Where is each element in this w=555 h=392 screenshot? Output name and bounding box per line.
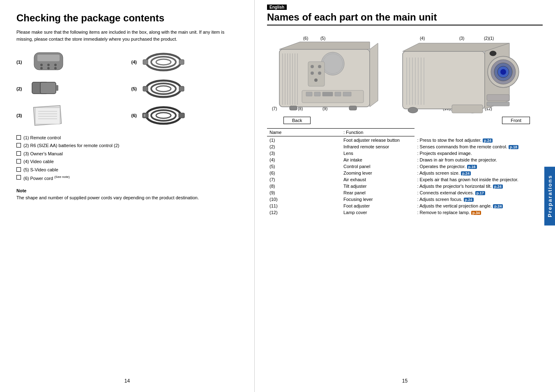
item-1: (1) (16, 51, 127, 73)
item-2-label: (2) (16, 86, 22, 91)
part-num: (12) (267, 209, 341, 216)
table-row: (6) Zooming lever: Adjusts screen size. … (267, 170, 543, 176)
item-5-image (141, 77, 186, 100)
diagram-front: (4) (3) (2)(1) (10)(8) (11) (12) (398, 30, 534, 124)
item-2-image (26, 77, 71, 100)
checklist-text-2: (2) R6 (SIZE AA) batteries for remote co… (23, 143, 120, 149)
item-4-image (141, 51, 186, 73)
label-5: (5) (320, 36, 325, 41)
table-row: (3) Lens: Projects expanded image. (267, 150, 543, 157)
remote-svg (26, 51, 71, 73)
checklist-text-1: (1) Remote control (23, 135, 61, 141)
checkbox-3[interactable] (16, 151, 21, 156)
svg-rect-12 (179, 60, 184, 65)
svg-rect-1 (37, 55, 60, 61)
part-num: (5) (267, 163, 341, 170)
svg-rect-16 (40, 82, 56, 94)
table-row: (8) Tilt adjuster: Adjusts the projector… (267, 183, 543, 189)
svg-point-30 (151, 110, 176, 121)
manual-svg (26, 104, 71, 127)
checklist-text-4: (4) Video cable (23, 159, 54, 165)
svg-point-4 (54, 64, 57, 66)
item-2: (2) (16, 77, 127, 100)
part-name: Focusing lever (341, 196, 415, 203)
part-name: Infrared remote sensor (341, 143, 415, 150)
svg-point-69 (490, 51, 496, 56)
intro-text: Please make sure that the following item… (16, 29, 242, 42)
svg-point-52 (314, 78, 318, 82)
svg-point-50 (311, 71, 314, 75)
checklist: (1) Remote control (2) R6 (SIZE AA) batt… (16, 135, 242, 182)
checkbox-1[interactable] (16, 135, 21, 140)
part-name: Zooming lever (341, 170, 415, 176)
checklist-item-1: (1) Remote control (16, 135, 242, 141)
part-function: : Operates the projector. p.16 (415, 163, 543, 170)
part-name: Air intake (341, 157, 415, 163)
parts-table: Name : Function (1) Foot adjuster releas… (267, 128, 543, 216)
front-projector-svg (398, 41, 526, 123)
front-label: Front (502, 117, 530, 124)
part-num: (6) (267, 170, 341, 176)
svg-rect-81 (452, 105, 483, 113)
checklist-item-4: (4) Video cable (16, 159, 242, 165)
svg-point-20 (156, 86, 171, 92)
part-function: : Projects expanded image. (415, 150, 543, 157)
col-name: Name (267, 129, 341, 136)
part-num: (8) (267, 183, 341, 189)
note-title: Note (16, 188, 242, 193)
checkbox-4[interactable] (16, 159, 21, 164)
part-name: Air exhaust (341, 176, 415, 183)
label-3: (3) (459, 36, 464, 41)
svg-rect-59 (290, 106, 297, 110)
svg-rect-54 (306, 92, 312, 96)
part-function: : Remove to replace lamp. p.34 (415, 209, 543, 216)
part-function: : Senses commands from the remote contro… (415, 143, 543, 150)
item-3-label: (3) (16, 113, 22, 118)
cable2-svg (141, 77, 186, 100)
svg-marker-36 (279, 42, 370, 49)
note-text: The shape and number of supplied power c… (16, 195, 242, 201)
preparations-tab: Preparations (544, 166, 555, 225)
note-section: Note The shape and number of supplied po… (16, 188, 242, 201)
table-row: (1) Foot adjuster release button: Press … (267, 136, 543, 144)
svg-rect-57 (335, 92, 341, 96)
diagram-area: (6) (5) (7) (8) (9) (267, 30, 543, 124)
svg-point-2 (40, 64, 43, 66)
part-function: : Adjusts screen focus. p.24 (415, 196, 543, 203)
item-4-label: (4) (131, 60, 137, 65)
part-function: : Expels air that has grown hot inside t… (415, 176, 543, 183)
table-row: (12) Lamp cover: Remove to replace lamp.… (267, 209, 543, 216)
table-row: (9) Rear panel: Connects external device… (267, 189, 543, 196)
item-1-image (26, 51, 71, 73)
svg-rect-56 (322, 92, 333, 96)
item-6-label: (6) (131, 113, 137, 118)
svg-rect-58 (343, 92, 351, 96)
battery-svg (26, 77, 71, 100)
checkbox-2[interactable] (16, 143, 21, 148)
checklist-item-5: (5) S-Video cable (16, 167, 242, 173)
svg-point-79 (408, 107, 418, 113)
table-row: (2) Infrared remote sensor: Senses comma… (267, 143, 543, 150)
right-page-number: 15 (402, 378, 408, 384)
part-name: Foot adjuster (341, 203, 415, 209)
item-5-label: (5) (131, 86, 137, 91)
part-name: Control panel (341, 163, 415, 170)
label-21: (2)(1) (484, 36, 494, 41)
item-5: (5) (131, 77, 242, 100)
part-num: (9) (267, 189, 341, 196)
item-3: (3) (16, 104, 127, 127)
right-title: Names of each part on the main unit (267, 12, 543, 25)
label-6: (6) (303, 36, 308, 41)
item-6: (6) (131, 104, 242, 127)
part-num: (7) (267, 176, 341, 183)
col-function: : Function (341, 129, 415, 136)
back-label: Back (283, 117, 311, 124)
item-4: (4) (131, 51, 242, 73)
checkbox-5[interactable] (16, 167, 21, 172)
right-page: English Names of each part on the main u… (255, 0, 555, 392)
svg-point-7 (54, 67, 57, 69)
svg-point-51 (318, 71, 321, 75)
checkbox-6[interactable] (16, 175, 21, 180)
svg-rect-24 (35, 108, 60, 124)
svg-point-3 (47, 64, 50, 66)
